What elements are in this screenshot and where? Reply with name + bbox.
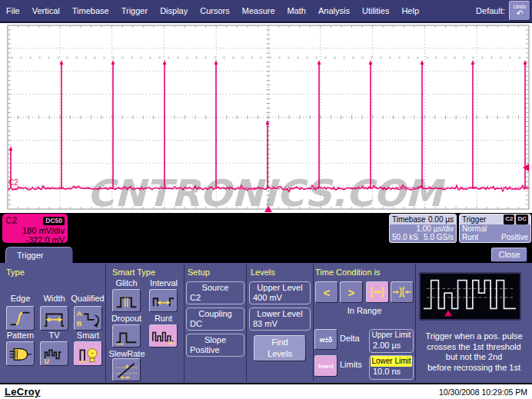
- smart-label: Smart: [74, 331, 102, 340]
- pattern-gate-icon: [8, 343, 33, 364]
- timebase-scale: 1.00 µs/div: [416, 224, 454, 233]
- channel-offset: -322.0 mV: [5, 235, 65, 244]
- upper-limit-field[interactable]: Upper Limit 2.00 µs: [369, 329, 414, 353]
- status-strip: C2 DC50 180 mV/div -322.0 mV Timebase 0.…: [0, 213, 532, 246]
- channel-scale: 180 mV/div: [5, 226, 65, 235]
- lower-limit-value: 10.0 ns: [370, 367, 413, 377]
- upper-limit-label: Upper Limit: [370, 330, 413, 341]
- trigger-source-badge: C2: [504, 214, 514, 224]
- menu-timebase[interactable]: Timebase: [66, 6, 115, 15]
- coupling-field[interactable]: Coupling DC: [186, 308, 244, 331]
- qualified-icon: A B: [75, 308, 101, 329]
- runt-diagram-waveform: [421, 274, 520, 319]
- divider: [415, 264, 416, 381]
- limits-icon: t<w<t: [318, 363, 334, 370]
- greater-than-icon: >: [348, 286, 355, 299]
- glitch-icon: [114, 291, 139, 311]
- menu-analysis[interactable]: Analysis: [312, 6, 356, 15]
- lower-level-value: 83 mV: [250, 319, 310, 329]
- smart-slewrate-button[interactable]: [112, 358, 141, 381]
- timebase-rate: 5.0 GS/s: [424, 233, 454, 241]
- source-field[interactable]: Source C2: [186, 281, 244, 304]
- type-smart-button[interactable]: [74, 341, 102, 366]
- find-levels-button[interactable]: Find Levels: [254, 335, 306, 361]
- menu-trigger[interactable]: Trigger: [115, 6, 154, 15]
- type-edge-button[interactable]: [6, 306, 35, 331]
- limits-mode-button[interactable]: t<w<t: [314, 355, 337, 377]
- lower-level-field[interactable]: Lower Level 83 mV: [249, 308, 311, 331]
- timebase-title: Timebase: [392, 214, 426, 224]
- menu-math[interactable]: Math: [281, 6, 312, 15]
- in-range-status-label: In Range: [314, 306, 415, 315]
- slope-field[interactable]: Slope Positive: [186, 334, 244, 357]
- channel-c2-descriptor[interactable]: C2 DC50 180 mV/div -322.0 mV: [2, 214, 68, 243]
- timebase-delay: 0.00 µs: [428, 214, 454, 224]
- smart-runt-button[interactable]: [149, 324, 178, 347]
- condition-less-than-button[interactable]: <: [315, 281, 338, 303]
- find-levels-line2: Levels: [254, 348, 305, 360]
- clock-timestamp: 10/30/2008 10:29:05 PM: [439, 387, 527, 397]
- menu-measure[interactable]: Measure: [236, 6, 281, 15]
- time-condition-header: Time Condition is: [315, 268, 381, 277]
- delta-mode-button[interactable]: w±δ: [314, 329, 337, 350]
- smart-dropout-button[interactable]: [112, 324, 141, 347]
- default-label: Default:: [476, 6, 505, 15]
- upper-level-field[interactable]: Upper Level 400 mV: [249, 281, 311, 304]
- condition-out-of-range-button[interactable]: [391, 281, 414, 303]
- delta-mode-label: Delta: [340, 334, 360, 343]
- out-of-range-icon: [391, 282, 413, 302]
- trigger-mode: Normal: [462, 224, 487, 233]
- glitch-label: Glitch: [112, 278, 141, 288]
- type-tv-button[interactable]: U: [40, 341, 68, 366]
- type-pattern-button[interactable]: [6, 341, 35, 366]
- svg-text:B: B: [77, 320, 82, 328]
- diagram-trigger-marker: [444, 310, 452, 316]
- menu-utilities[interactable]: Utilities: [356, 6, 395, 15]
- in-range-icon: [367, 282, 388, 302]
- tab-trigger[interactable]: Trigger: [5, 247, 73, 263]
- description-line: but not the 2nd: [417, 352, 530, 363]
- undo-button[interactable]: Undo ↶: [509, 1, 530, 21]
- description-line: Trigger when a pos. pulse: [417, 331, 530, 342]
- smart-interval-button[interactable]: [149, 289, 178, 312]
- type-qualified-button[interactable]: A B: [74, 306, 102, 331]
- edge-icon: [8, 308, 33, 329]
- channel-trace-label: C2: [8, 178, 18, 187]
- lecroy-logo: LeCroy: [5, 386, 41, 397]
- condition-in-range-button[interactable]: [366, 281, 389, 303]
- tv-label: TV: [40, 331, 68, 340]
- trigger-level-marker[interactable]: [523, 164, 529, 171]
- type-section-header: Type: [6, 268, 25, 277]
- trigger-dialog: Trigger Close Type Edge Width Qualified: [0, 246, 532, 383]
- condition-greater-than-button[interactable]: >: [340, 281, 363, 303]
- watermark: CNTRONICS.COM: [87, 171, 446, 213]
- menu-file[interactable]: File: [0, 6, 26, 15]
- less-than-icon: <: [324, 286, 331, 299]
- menu-vertical[interactable]: Vertical: [26, 6, 66, 15]
- menu-display[interactable]: Display: [154, 6, 194, 15]
- type-width-button[interactable]: [40, 306, 68, 331]
- runt-label: Runt: [149, 314, 178, 323]
- divider: [105, 264, 106, 381]
- runt-icon: [151, 326, 176, 346]
- slope-value: Positive: [187, 345, 244, 355]
- menu-bar: File Vertical Timebase Trigger Display C…: [0, 0, 532, 23]
- divider: [313, 264, 314, 381]
- timebase-samples: 50.0 kS: [392, 233, 418, 241]
- svg-text:U: U: [45, 358, 49, 364]
- trigger-descriptor[interactable]: Trigger C2 DC Normal RuntPositive: [459, 214, 531, 243]
- timebase-descriptor[interactable]: Timebase 0.00 µs 1.00 µs/div 50.0 kS5.0 …: [389, 214, 457, 243]
- divider: [184, 264, 185, 381]
- lower-limit-field[interactable]: Lower Limit 10.0 ns: [369, 355, 414, 380]
- undo-arrow-icon: ↶: [510, 10, 530, 17]
- trigger-description: Trigger when a pos. pulse crosses the 1s…: [417, 331, 530, 373]
- dialog-body: Type Edge Width Qualified: [0, 263, 532, 383]
- trigger-slope: Positive: [501, 233, 528, 241]
- upper-limit-value: 2.00 µs: [370, 341, 413, 351]
- source-value: C2: [187, 293, 244, 303]
- close-button[interactable]: Close: [491, 248, 527, 262]
- menu-cursors[interactable]: Cursors: [194, 6, 236, 15]
- channel-coupling-badge: DC50: [43, 217, 65, 225]
- smart-glitch-button[interactable]: [112, 289, 141, 312]
- menu-help[interactable]: Help: [395, 6, 425, 15]
